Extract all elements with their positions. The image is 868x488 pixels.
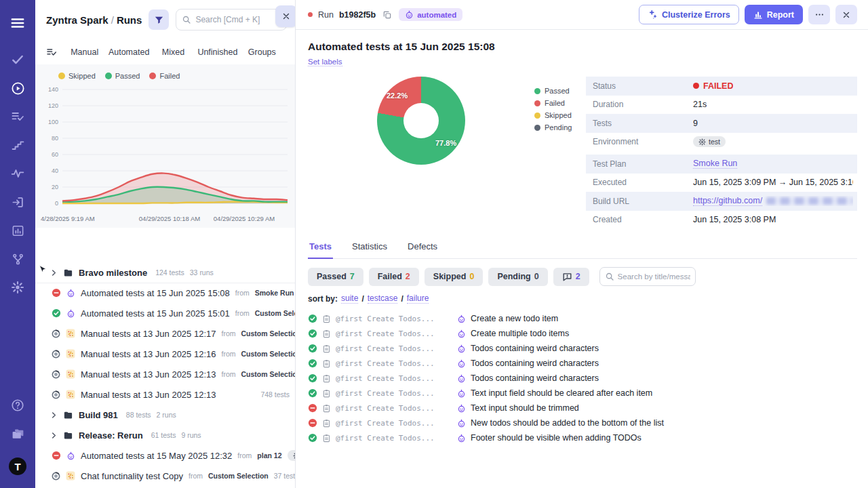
filter-button[interactable] [149,9,169,30]
clusterize-errors-button[interactable]: Clusterize Errors [639,5,739,24]
rail-item-list-check[interactable] [5,104,30,129]
sort-separator: / [361,294,363,304]
run-row[interactable]: Automated tests at 15 May 2025 12:32from… [35,445,295,466]
donut-legend: PassedFailedSkippedPending [534,86,572,229]
run-detail-content: Automated tests at 15 Jun 2025 15:08 Set… [296,30,868,488]
sort-separator: / [401,294,403,304]
pulse-icon [11,167,24,180]
tab-groups[interactable]: Groups [240,47,284,57]
status-failed-icon [52,288,61,298]
select-all-icon[interactable] [46,47,57,58]
tab-manual[interactable]: Manual [62,47,106,57]
tests-search-input[interactable] [618,272,690,281]
report-button[interactable]: Report [745,5,803,24]
run-row[interactable]: Manual tests at 13 Jun 2025 12:13fromCus… [35,364,295,384]
test-row[interactable]: @first Create Todos...Create multiple to… [308,326,857,341]
app-rail: T [0,0,35,488]
sort-link-failure[interactable]: failure [407,293,429,304]
runs-panel-header: Zyntra Spark/Runs [35,0,295,39]
runs-folder-row[interactable]: Bravo milestone124 tests33 runs [35,262,295,283]
test-title: Text input field should be cleared after… [471,388,652,398]
trend-chart-legend: SkippedPassedFailed [41,70,290,83]
test-row[interactable]: @first Create Todos...Text input should … [308,401,857,415]
rail-item-gear[interactable] [5,275,30,300]
status-failed-icon [52,451,61,460]
breadcrumb-project[interactable]: Zyntra Spark [46,14,108,26]
build-url-link[interactable]: https://github.com/ [693,196,762,206]
tab-unfinished[interactable]: Unfinished [195,47,239,57]
rail-item-bar-chart[interactable] [5,218,30,243]
folder-runs-count: 2 runs [157,411,176,419]
test-title: Create a new todo item [471,314,558,323]
rail-bottom-icons [5,389,30,450]
sort-link-suite[interactable]: suite [341,293,358,304]
from-label: from [221,329,235,338]
rail-item-pulse[interactable] [5,161,30,186]
svg-text:100: 100 [48,119,58,125]
donut-failed-percent: 22.2% [387,92,408,100]
rail-item-branch[interactable] [5,247,30,271]
donut-legend-dot [534,113,540,119]
test-row[interactable]: @first Create Todos...Todos containing w… [308,341,857,356]
run-row[interactable]: Manual tests at 13 Jun 2025 12:17fromCus… [35,323,295,344]
tab-defects[interactable]: Defects [406,241,439,258]
status-failed-icon [308,418,317,428]
run-title: Chat functinality test Copy [81,471,183,481]
test-row[interactable]: @first Create Todos...New todos should b… [308,415,857,430]
rail-item-menu[interactable] [5,11,30,35]
run-row[interactable]: Manual tests at 13 Jun 2025 12:16fromCus… [35,344,295,364]
run-title: Manual tests at 13 Jun 2025 12:13 [81,390,216,400]
rail-item-play-circle[interactable] [5,76,30,100]
test-plan-link[interactable]: Smoke Run [693,159,737,169]
detail-row-build-url: Build URLhttps://github.com/ [586,192,857,211]
tab-mixed[interactable]: Mixed [151,47,195,57]
breadcrumb-page: Runs [117,14,142,26]
from-label: from [237,451,252,460]
filter-chip-comments[interactable]: 2 [553,268,589,286]
filter-chip-failed[interactable]: Failed2 [369,268,419,286]
runs-search-input[interactable] [195,15,281,24]
test-row[interactable]: @first Create Todos...Todos containing w… [308,371,857,386]
close-run-button[interactable] [835,5,857,24]
run-row[interactable]: Chat functinality test CopyfromCustom Se… [35,466,295,486]
tab-statistics[interactable]: Statistics [351,241,389,258]
rail-item-import[interactable] [5,190,30,214]
rail-item-help[interactable] [5,393,30,418]
from-plan-name: Smoke Run [255,289,294,297]
tab-automated[interactable]: Automated [106,47,151,57]
run-title: Manual tests at 13 Jun 2025 12:17 [81,329,216,339]
environment-badge: test [288,450,296,461]
svg-text:40: 40 [52,167,58,174]
filter-chip-pending[interactable]: Pending0 [488,268,547,286]
detail-value: Smoke Run [693,159,737,169]
runs-folder-row[interactable]: Release: Rerun61 tests9 runs [35,425,295,445]
set-labels-link[interactable]: Set labels [308,58,342,66]
runs-list: Bravo milestone124 tests33 runsAutomated… [35,262,295,486]
test-row[interactable]: @first Create Todos...Create a new todo … [308,311,857,326]
run-row[interactable]: Manual tests at 13 Jun 2025 12:13748 tes… [35,384,295,405]
legend-item-failed: Failed [149,72,180,80]
runs-folder-row[interactable]: Build 98188 tests2 runs [35,405,295,425]
svg-text:80: 80 [52,135,58,142]
test-row[interactable]: @first Create Todos...Todos containing w… [308,356,857,371]
run-tests-count: 748 tests [260,390,291,399]
donut-legend-dot [534,100,540,106]
test-row[interactable]: @first Create Todos...Footer should be v… [308,430,857,445]
close-panel-icon[interactable] [275,5,296,27]
filter-chip-label: Passed [317,272,347,281]
from-plan-name: Custom Selection [241,329,295,338]
app-logo[interactable]: T [5,454,30,479]
runs-trend-chart: SkippedPassedFailed 0204060801001201404/… [35,64,295,228]
filter-chip-skipped[interactable]: Skipped0 [425,268,484,286]
rail-item-steps[interactable] [5,133,30,157]
rail-item-check[interactable] [5,47,30,72]
sort-link-testcase[interactable]: testcase [368,293,398,304]
rail-item-folders[interactable] [5,422,30,446]
more-actions-button[interactable] [808,5,830,24]
run-row[interactable]: Automated tests at 15 Jun 2025 15:01from… [35,303,295,323]
copy-run-id-icon[interactable] [381,9,393,21]
tab-tests[interactable]: Tests [308,241,333,259]
filter-chip-passed[interactable]: Passed7 [308,268,363,286]
test-row[interactable]: @first Create Todos...Text input field s… [308,386,857,401]
run-row[interactable]: Automated tests at 15 Jun 2025 15:08from… [35,283,295,303]
